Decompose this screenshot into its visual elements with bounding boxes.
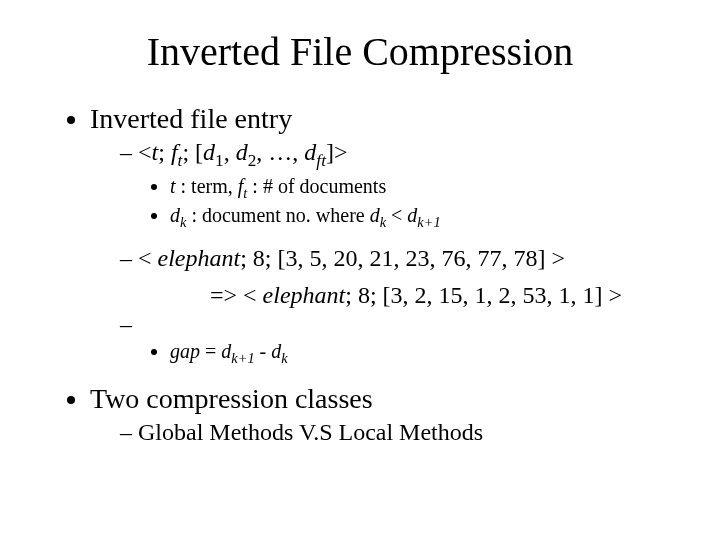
sub-k1: k+1 xyxy=(417,214,440,230)
bullet-list-level2c: Global Methods V.S Local Methods xyxy=(90,419,680,446)
text: => < xyxy=(210,282,263,308)
note-gap-def: gap = dk+1 - dk xyxy=(170,340,680,367)
bullet-list-level3b: gap = dk+1 - dk xyxy=(120,340,680,367)
word-elephant: elephant xyxy=(263,282,346,308)
text: < xyxy=(386,204,407,226)
entry-format: <t; ft; [d1, d2, …, dft]> t : term, ft :… xyxy=(120,139,680,231)
text: ; 8; [3, 5, 20, 21, 23, 76, 77, 78] > xyxy=(240,245,565,271)
text: = xyxy=(200,340,221,362)
bullet-list-level3: t : term, ft : # of documents dk : docum… xyxy=(120,175,680,231)
var-d: d xyxy=(304,139,316,165)
sub-1: 1 xyxy=(215,151,224,170)
text: ; 8; [3, 2, 15, 1, 2, 53, 1, 1] > xyxy=(345,282,622,308)
var-d: d xyxy=(236,139,248,165)
text: : term, xyxy=(176,175,238,197)
hidden-wrapper: gap = dk+1 - dk xyxy=(120,311,680,367)
var-f: f xyxy=(171,139,178,165)
text: , xyxy=(224,139,236,165)
sub-ft: ft xyxy=(316,151,326,170)
example-elephant-gap: => < elephant; 8; [3, 2, 15, 1, 2, 53, 1… xyxy=(90,282,680,309)
word-elephant: elephant xyxy=(158,245,241,271)
var-gap: gap xyxy=(170,340,200,362)
sub-k1: k+1 xyxy=(231,350,254,366)
slide-title: Inverted File Compression xyxy=(40,28,680,75)
text: < xyxy=(138,245,158,271)
bullet-list-level2b: gap = dk+1 - dk xyxy=(90,311,680,367)
bullet-text: Two compression classes xyxy=(90,383,373,414)
text: < xyxy=(138,139,152,165)
text: ; [ xyxy=(182,139,203,165)
text: ]> xyxy=(326,139,348,165)
slide: Inverted File Compression Inverted file … xyxy=(0,0,720,540)
sub-k: k xyxy=(281,350,287,366)
global-vs-local: Global Methods V.S Local Methods xyxy=(120,419,680,446)
var-d: d xyxy=(170,204,180,226)
text: - xyxy=(255,340,272,362)
var-d: d xyxy=(221,340,231,362)
text: ; xyxy=(158,139,171,165)
text: : # of documents xyxy=(247,175,386,197)
var-d: d xyxy=(407,204,417,226)
text: Global Methods V.S Local Methods xyxy=(138,419,483,445)
text: , …, xyxy=(256,139,304,165)
note-term-def: t : term, ft : # of documents xyxy=(170,175,680,202)
bullet-list-level1: Inverted file entry <t; ft; [d1, d2, …, … xyxy=(40,103,680,446)
text: : document no. where xyxy=(186,204,369,226)
var-d: d xyxy=(203,139,215,165)
example-elephant: < elephant; 8; [3, 5, 20, 21, 23, 76, 77… xyxy=(120,245,680,272)
bullet-two-compression: Two compression classes Global Methods V… xyxy=(90,383,680,446)
bullet-inverted-file-entry: Inverted file entry <t; ft; [d1, d2, …, … xyxy=(90,103,680,367)
bullet-list-level2: <t; ft; [d1, d2, …, dft]> t : term, ft :… xyxy=(90,139,680,272)
bullet-text: Inverted file entry xyxy=(90,103,292,134)
note-doc-def: dk : document no. where dk < dk+1 xyxy=(170,204,680,231)
var-d: d xyxy=(370,204,380,226)
var-d: d xyxy=(271,340,281,362)
